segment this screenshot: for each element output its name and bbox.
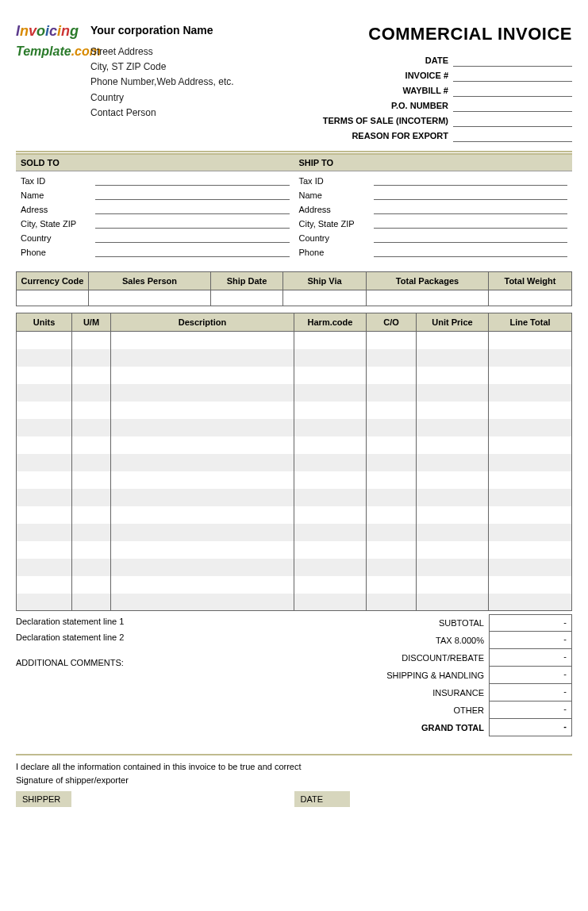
table-row[interactable]: [17, 332, 572, 349]
parties: SOLD TO Tax ID Name Adress City, State Z…: [16, 155, 572, 263]
meta-terms-value[interactable]: [453, 114, 572, 127]
meta-po-value[interactable]: [453, 99, 572, 112]
meta-block: DATE INVOICE # WAYBILL # P.O. NUMBER TER…: [302, 52, 572, 143]
sold-csz-label: City, State ZIP: [21, 219, 92, 229]
items-price-header: Unit Price: [417, 313, 489, 332]
ship-to-header: SHIP TO: [294, 155, 573, 171]
meta-waybill-label: WAYBILL #: [302, 86, 453, 95]
insurance-label: INSURANCE: [342, 688, 489, 698]
other-value: -: [489, 702, 572, 719]
ship-csz-label: City, State ZIP: [299, 219, 371, 229]
table-row[interactable]: [17, 541, 572, 559]
other-label: OTHER: [342, 705, 489, 715]
footer-declaration: I declare all the information contained …: [16, 754, 572, 786]
table-row[interactable]: [17, 489, 572, 506]
signature-date-label: DATE: [294, 791, 350, 807]
shipping-label: SHIPPING & HANDLING: [342, 671, 489, 680]
company-contact: Contact Person: [90, 106, 234, 121]
ship-csz-value[interactable]: [374, 217, 568, 229]
company-name: Your corporation Name: [90, 24, 234, 37]
sold-name-value[interactable]: [95, 189, 290, 200]
discount-label: DISCOUNT/REBATE: [342, 653, 489, 663]
items-units-header: Units: [17, 313, 72, 332]
shipment-info-table: Currency Code Sales Person Ship Date Shi…: [16, 271, 572, 306]
info-weight-value[interactable]: [489, 290, 572, 306]
discount-value: -: [489, 649, 572, 667]
ship-phone-value[interactable]: [374, 246, 568, 257]
sold-country-label: Country: [21, 233, 92, 243]
insurance-value: -: [489, 684, 572, 702]
items-co-header: C/O: [367, 313, 417, 332]
shipper-signature[interactable]: [71, 791, 294, 807]
items-desc-header: Description: [111, 313, 294, 332]
info-shipvia-value[interactable]: [283, 290, 367, 306]
meta-reason-label: REASON FOR EXPORT: [302, 131, 453, 140]
header-right: COMMERCIAL INVOICE DATE INVOICE # WAYBIL…: [302, 24, 572, 143]
meta-date-label: DATE: [302, 56, 453, 65]
table-row[interactable]: [17, 402, 572, 419]
table-row[interactable]: [17, 419, 572, 436]
info-sales-value[interactable]: [89, 290, 211, 306]
table-row[interactable]: [17, 454, 572, 471]
document-title: COMMERCIAL INVOICE: [302, 24, 572, 44]
ship-phone-label: Phone: [299, 248, 371, 257]
header-left: Invoicing Template.com Your corporation …: [16, 24, 234, 143]
table-row[interactable]: [17, 471, 572, 489]
table-row[interactable]: [17, 349, 572, 367]
company-phone: Phone Number,Web Address, etc.: [90, 75, 234, 90]
below-section: Declaration statement line 1 Declaration…: [16, 614, 572, 736]
ship-taxid-label: Tax ID: [299, 176, 371, 186]
shipper-label: SHIPPER: [16, 791, 71, 807]
ship-address-value[interactable]: [374, 203, 568, 214]
meta-waybill-value[interactable]: [453, 84, 572, 97]
sold-address-value[interactable]: [95, 203, 290, 214]
table-row[interactable]: [17, 436, 572, 454]
info-shipvia-header: Ship Via: [283, 272, 367, 290]
tax-label: TAX 8.000%: [342, 636, 489, 645]
meta-invoice-value[interactable]: [453, 69, 572, 82]
info-shipdate-value[interactable]: [211, 290, 283, 306]
ship-country-label: Country: [299, 233, 371, 243]
info-currency-value[interactable]: [17, 290, 89, 306]
tax-value: -: [489, 632, 572, 649]
logo: Invoicing Template.com: [16, 24, 79, 143]
table-row[interactable]: [17, 576, 572, 594]
sold-to: SOLD TO Tax ID Name Adress City, State Z…: [16, 155, 294, 263]
signature-row: SHIPPER DATE: [16, 791, 572, 807]
meta-date-value[interactable]: [453, 54, 572, 67]
ship-name-label: Name: [299, 190, 371, 200]
shipping-value: -: [489, 667, 572, 684]
table-row[interactable]: [17, 524, 572, 541]
declarations: Declaration statement line 1 Declaration…: [16, 614, 342, 736]
items-harm-header: Harm.code: [294, 313, 367, 332]
info-currency-header: Currency Code: [17, 272, 89, 290]
sold-csz-value[interactable]: [95, 217, 290, 229]
ship-name-value[interactable]: [374, 189, 568, 200]
table-row[interactable]: [17, 506, 572, 524]
additional-comments-label: ADDITIONAL COMMENTS:: [16, 655, 334, 671]
table-row[interactable]: [17, 367, 572, 384]
declaration-line-2: Declaration statement line 2: [16, 630, 334, 646]
company-lines: Street Address City, ST ZIP Code Phone N…: [90, 44, 234, 121]
declaration-line-1: Declaration statement line 1: [16, 614, 334, 630]
ship-country-value[interactable]: [374, 232, 568, 243]
sold-phone-value[interactable]: [95, 246, 290, 257]
table-row[interactable]: [17, 594, 572, 611]
sold-country-value[interactable]: [95, 232, 290, 243]
table-row[interactable]: [17, 559, 572, 576]
company-city: City, ST ZIP Code: [90, 60, 234, 75]
meta-reason-value[interactable]: [453, 129, 572, 142]
items-line-header: Line Total: [489, 313, 572, 332]
sold-to-header: SOLD TO: [16, 155, 294, 171]
logo-line2: Template.com: [16, 44, 79, 59]
ship-taxid-value[interactable]: [374, 175, 568, 186]
sold-name-label: Name: [21, 190, 92, 200]
sold-taxid-value[interactable]: [95, 175, 290, 186]
company-block: Your corporation Name Street Address Cit…: [90, 24, 234, 143]
table-row[interactable]: [17, 384, 572, 402]
signature-date[interactable]: [350, 791, 573, 807]
items-um-header: U/M: [72, 313, 111, 332]
info-packages-value[interactable]: [367, 290, 489, 306]
grand-total-value: -: [489, 719, 572, 736]
info-weight-header: Total Weight: [489, 272, 572, 290]
